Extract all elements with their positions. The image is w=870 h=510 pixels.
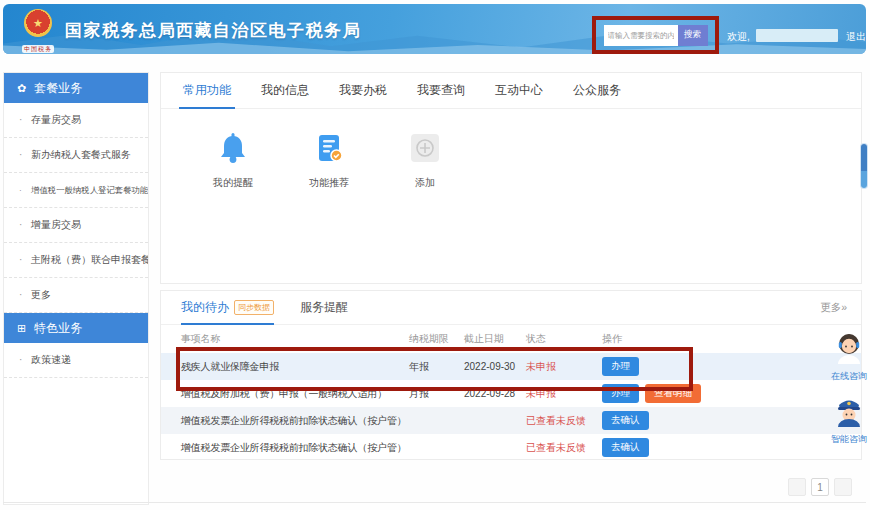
next-page-button[interactable] [834,478,852,496]
officer-avatar-icon [834,395,864,427]
sidebar-item-joint-declaration[interactable]: 主附税（费）联合申报套餐 [4,243,148,278]
bell-icon [216,131,250,165]
document-recommend-icon [312,131,346,165]
current-page[interactable]: 1 [811,478,829,496]
tab-my-info[interactable]: 我的信息 [261,73,309,108]
sidebar-section-title: 套餐业务 [34,80,82,97]
username-redacted [756,29,838,42]
handle-button[interactable]: 办理 [602,384,639,403]
cell-item-name: 增值税发票企业所得税税前扣除状态确认（按户管） [161,441,409,455]
add-plus-icon [408,131,442,165]
view-detail-button[interactable]: 查看明细 [645,384,701,403]
sidebar: ✿ 套餐业务 存量房交易 新办纳税人套餐式服务 增值税一般纳税人登记套餐功能 增… [3,72,149,505]
sidebar-section-title: 特色业务 [34,320,82,337]
shortcut-function-recommend[interactable]: 功能推荐 [297,131,361,190]
todo-panel: 我的待办 同步数据 服务提醒 更多» 事项名称 纳税期限 截止日期 状态 操作 … [160,290,862,460]
search-button[interactable]: 搜索 [678,25,708,46]
app-header: ★ 中国税务 国家税务总局西藏自治区电子税务局 搜索 欢迎, 退出 [3,4,866,54]
tab-my-todo[interactable]: 我的待办 同步数据 [181,291,274,324]
page: ★ 中国税务 国家税务总局西藏自治区电子税务局 搜索 欢迎, 退出 ✿ 套餐业务… [0,0,870,510]
online-consult-button[interactable]: 在线咨询 [831,332,867,383]
col-action: 操作 [602,332,861,346]
cell-tax-period: 月报 [409,387,464,401]
status-badge: 已查看未反馈 [526,441,602,455]
sidebar-item-existing-housing[interactable]: 存量房交易 [4,103,148,138]
cell-tax-period: 年报 [409,360,464,374]
status-badge: 已查看未反馈 [526,414,602,428]
agent-avatar-icon [834,332,864,364]
status-badge: 未申报 [526,360,602,374]
col-tax-period: 纳税期限 [409,332,464,346]
tax-bureau-logo: ★ 中国税务 [16,9,60,54]
sync-data-badge[interactable]: 同步数据 [234,300,274,315]
sidebar-item-new-taxpayer[interactable]: 新办纳税人套餐式服务 [4,138,148,173]
tab-common-functions[interactable]: 常用功能 [183,73,231,108]
cell-item-name: 残疾人就业保障金申报 [161,360,409,374]
table-row[interactable]: 残疾人就业保障金申报 年报 2022-09-30 未申报 办理 [161,353,861,380]
status-badge: 未申报 [526,387,602,401]
scrollbar-thumb[interactable] [861,144,867,188]
consult-label: 智能咨询 [831,433,867,446]
tab-tax-handling[interactable]: 我要办税 [339,73,387,108]
logout-button[interactable]: 退出 [846,30,866,44]
col-deadline: 截止日期 [464,332,526,346]
search-highlight-box: 搜索 [592,16,719,54]
consult-dock: 在线咨询 智能咨询 [829,332,869,446]
logo-caption: 中国税务 [22,45,54,53]
grid-icon: ⊞ [17,322,26,335]
todo-tab-label: 我的待办 [181,299,229,316]
col-status: 状态 [526,332,602,346]
sidebar-item-more[interactable]: 更多 [4,278,148,313]
more-link[interactable]: 更多» [820,301,847,315]
shortcut-grid: 我的提醒 功能推荐 添加 [161,109,861,190]
shortcut-label: 我的提醒 [201,176,265,190]
cell-item-name: 增值税发票企业所得税税前扣除状态确认（按户管） [161,414,409,428]
main-tab-bar: 常用功能 我的信息 我要办税 我要查询 互动中心 公众服务 [161,73,861,109]
welcome-label: 欢迎, [727,30,750,44]
sidebar-section-special-services[interactable]: ⊞ 特色业务 [4,313,148,343]
page-title: 国家税务总局西藏自治区电子税务局 [65,19,361,42]
handle-button[interactable]: 办理 [602,357,639,376]
shortcut-my-reminders[interactable]: 我的提醒 [201,131,265,190]
tab-public-services[interactable]: 公众服务 [573,73,621,108]
tab-inquiry[interactable]: 我要查询 [417,73,465,108]
shortcut-label: 功能推荐 [297,176,361,190]
sidebar-item-policy-express[interactable]: 政策速递 [4,343,148,378]
table-row[interactable]: 增值税发票企业所得税税前扣除状态确认（按户管） 已查看未反馈 去确认 [161,434,861,461]
smart-consult-button[interactable]: 智能咨询 [831,395,867,446]
tab-service-reminder[interactable]: 服务提醒 [300,291,348,324]
tab-interaction-center[interactable]: 互动中心 [495,73,543,108]
todo-tab-bar: 我的待办 同步数据 服务提醒 更多» [161,291,861,325]
bottom-divider [3,502,866,503]
pagination: 1 [788,478,852,496]
confirm-button[interactable]: 去确认 [602,411,649,430]
confirm-button[interactable]: 去确认 [602,438,649,457]
table-header: 事项名称 纳税期限 截止日期 状态 操作 [161,325,861,353]
shortcut-label: 添加 [393,176,457,190]
consult-label: 在线咨询 [831,370,867,383]
sidebar-item-vat-general-registration[interactable]: 增值税一般纳税人登记套餐功能 [4,173,148,208]
national-emblem-icon: ★ [24,9,52,37]
sidebar-section-package-services[interactable]: ✿ 套餐业务 [4,73,148,103]
cell-item-name: 增值税及附加税（费）申报（一般纳税人适用） [161,387,409,401]
shortcut-add[interactable]: 添加 [393,131,457,190]
search-input[interactable] [604,25,678,46]
col-item-name: 事项名称 [161,332,409,346]
table-row[interactable]: 增值税发票企业所得税税前扣除状态确认（按户管） 已查看未反馈 去确认 [161,407,861,434]
table-row[interactable]: 增值税及附加税（费）申报（一般纳税人适用） 月报 2022-09-28 未申报 … [161,380,861,407]
prev-page-button[interactable] [788,478,806,496]
cell-deadline: 2022-09-28 [464,388,526,399]
main-function-panel: 常用功能 我的信息 我要办税 我要查询 互动中心 公众服务 我的提醒 [160,72,862,284]
sidebar-item-incremental-housing[interactable]: 增量房交易 [4,208,148,243]
cell-deadline: 2022-09-30 [464,361,526,372]
package-icon: ✿ [17,82,26,95]
